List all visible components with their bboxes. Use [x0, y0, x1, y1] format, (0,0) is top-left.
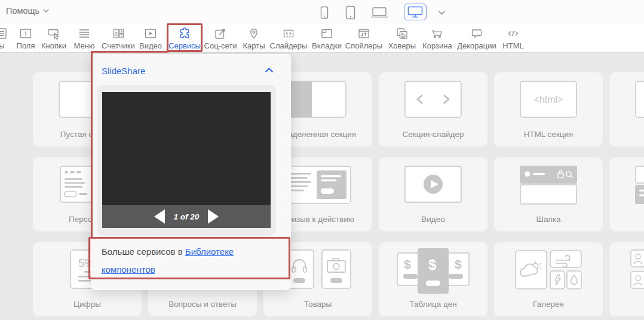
card-label: Шапка — [494, 215, 603, 224]
split-section-icon — [289, 81, 346, 118]
next-slide-arrow-icon[interactable] — [208, 209, 219, 224]
prev-slide-arrow-icon[interactable] — [154, 209, 165, 224]
partial-section-icon — [635, 81, 644, 118]
help-label: Помощь — [6, 6, 39, 16]
more-services-prefix: Больше сервисов в — [102, 246, 185, 257]
section-card-video[interactable]: Видео — [379, 157, 487, 231]
svg-text:4: 4 — [120, 29, 122, 33]
chevron-down-icon — [438, 10, 446, 16]
card-label: Цифры — [33, 300, 142, 309]
html-section-icon: <html> — [520, 81, 577, 118]
more-services-text: Больше сервисов в Библиотеке компонентов — [102, 243, 281, 279]
phone-icon — [320, 5, 329, 20]
top-bar: Помощь — [0, 0, 644, 25]
chevron-down-icon — [42, 8, 50, 13]
app-window: Пустая секция Разделенная секция Секция-… — [0, 0, 644, 320]
svg-text:5: 5 — [120, 33, 122, 37]
toolbar-item-html[interactable]: HTML — [490, 25, 536, 50]
device-tablet-button[interactable] — [340, 5, 360, 20]
pricing-section-icon: $ $ $ — [396, 247, 470, 295]
components-toolbar: ы Поля Кнопки Меню 045 Счетчики — [0, 24, 644, 53]
section-card-pricing[interactable]: $ $ $ Таблица цен — [379, 242, 487, 316]
card-label: Таблица цен — [379, 300, 487, 309]
section-card-slider[interactable]: Секция-слайдер — [379, 72, 487, 147]
card-label: HTML секция — [494, 130, 603, 139]
device-laptop-button[interactable] — [369, 5, 390, 20]
section-card-html[interactable]: <html> HTML секция — [494, 72, 603, 147]
svg-text:<html>: <html> — [534, 95, 563, 105]
gallery-section-icon — [515, 248, 582, 291]
partial-section-icon — [635, 166, 644, 204]
card-label: Галерея — [494, 300, 603, 309]
section-card-gallery[interactable]: Галерея — [494, 242, 603, 316]
card-label: Видео — [379, 215, 487, 224]
video-section-icon — [404, 166, 462, 203]
tablet-icon — [345, 5, 355, 20]
products-section-icon — [284, 249, 351, 289]
svg-text:$: $ — [455, 257, 462, 271]
laptop-icon — [370, 6, 389, 19]
slideshow-pager-bar: 1 of 20 — [102, 205, 271, 228]
card-label: Товары — [263, 300, 372, 309]
svg-text:0: 0 — [115, 30, 118, 36]
section-card-partial-3[interactable] — [609, 242, 644, 316]
devices-dropdown-chevron[interactable] — [431, 5, 452, 20]
section-card-partial-2[interactable] — [609, 157, 644, 231]
services-dropdown-panel: SlideShare 1 of 20 Больше сервисов в Биб… — [91, 54, 291, 290]
svg-text:$: $ — [428, 257, 437, 273]
help-menu[interactable]: Помощь — [6, 6, 50, 16]
slide-counter: 1 of 20 — [174, 212, 200, 221]
device-phone-button[interactable] — [314, 5, 335, 20]
card-label: Вопросы и ответы — [148, 300, 257, 309]
slideshare-accordion-header[interactable]: SlideShare — [102, 66, 145, 76]
section-card-partial-1[interactable] — [609, 72, 644, 147]
svg-text:$: $ — [404, 257, 411, 271]
cta-section-icon — [284, 166, 351, 204]
header-section-icon — [520, 166, 577, 205]
slideshare-preview-slide — [102, 92, 271, 205]
device-desktop-button[interactable] — [404, 4, 427, 20]
slider-section-icon — [404, 81, 462, 118]
desktop-icon — [407, 6, 423, 18]
slideshare-preview-container: 1 of 20 — [97, 85, 276, 236]
html-code-icon — [490, 25, 536, 41]
chevron-up-icon[interactable] — [265, 68, 274, 73]
section-card-header[interactable]: Шапка — [494, 157, 603, 231]
card-label: Секция-слайдер — [379, 130, 487, 139]
partial-section-icon — [630, 249, 644, 289]
